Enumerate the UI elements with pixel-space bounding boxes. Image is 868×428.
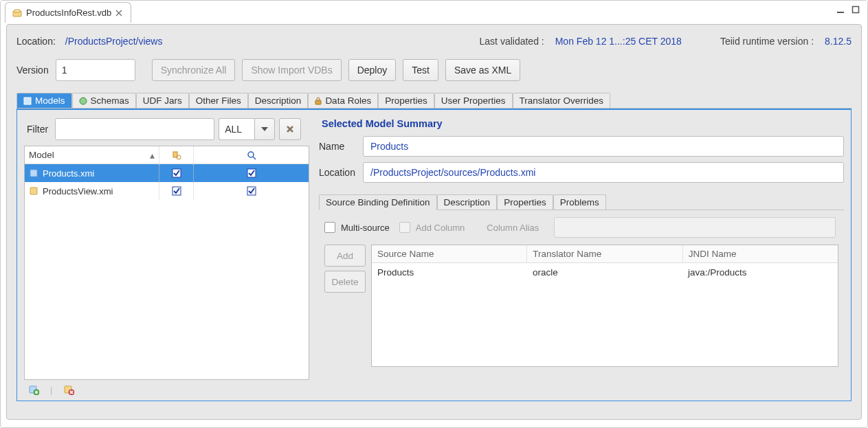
checkbox-checked-icon[interactable] [247, 186, 256, 196]
tab-properties[interactable]: Properties [378, 93, 434, 108]
tab-description[interactable]: Description [248, 93, 309, 108]
chevron-down-icon[interactable] [254, 118, 275, 140]
test-button[interactable]: Test [403, 59, 438, 81]
add-column-checkbox: Add Column [399, 222, 465, 233]
model-column-header[interactable]: Model ▴ [25, 146, 159, 164]
subtab-problems[interactable]: Problems [553, 194, 606, 210]
tab-user-properties[interactable]: User Properties [434, 93, 513, 108]
right-column: Selected Model Summary Name Products Loc… [319, 118, 844, 395]
multisource-row: Multi-source Add Column Column Alias [324, 217, 838, 238]
source-bindings-row: Add Delete Source Name Translator Name J… [324, 245, 838, 367]
col-translator-name[interactable]: Translator Name [527, 245, 682, 262]
version-input[interactable] [56, 59, 135, 81]
location-label: Location: [16, 36, 56, 47]
subtab-properties[interactable]: Properties [497, 194, 553, 210]
binding-translator: oracle [527, 263, 682, 281]
visibility-header-icon [172, 150, 181, 160]
runtime-version-label: Teiid runtime version : [720, 36, 814, 47]
tab-schemas-label: Schemas [91, 95, 129, 106]
model-table-header: Model ▴ [25, 146, 309, 164]
filter-row: Filter ALL [24, 118, 309, 140]
schemas-icon [79, 97, 87, 105]
svg-rect-6 [24, 98, 31, 104]
source-model-icon [29, 168, 38, 178]
checkbox-checked-icon[interactable] [172, 186, 181, 196]
models-content: Filter ALL Model [16, 109, 852, 401]
multi-source-checkbox[interactable]: Multi-source [324, 222, 390, 233]
svg-point-7 [80, 98, 87, 104]
col-jndi-name[interactable]: JNDI Name [683, 245, 838, 262]
search-icon [247, 150, 256, 160]
vdb-icon [12, 8, 22, 18]
left-footer: | [24, 380, 309, 395]
search-column-header[interactable] [194, 146, 309, 164]
sort-asc-icon: ▴ [150, 150, 155, 161]
version-label: Version [16, 65, 49, 76]
checkbox-checked-icon[interactable] [172, 168, 181, 178]
editor-panel: Location: /ProductsProject/views Last va… [6, 24, 862, 420]
toolbar: Version Synchronize All Show Import VDBs… [16, 59, 852, 81]
delete-binding-button: Delete [324, 271, 366, 293]
tab-schemas[interactable]: Schemas [72, 93, 136, 108]
close-icon[interactable] [115, 10, 122, 16]
column-alias-label: Column Alias [487, 223, 539, 233]
svg-rect-1 [14, 10, 20, 12]
summary-sub-tabs: Source Binding Definition Description Pr… [319, 192, 844, 210]
maximize-icon[interactable] [851, 5, 860, 14]
main-tabs: Models Schemas UDF Jars Other Files Desc… [16, 91, 852, 109]
subtab-source-binding[interactable]: Source Binding Definition [319, 194, 437, 210]
location-field[interactable]: /ProductsProject/sources/Products.xmi [363, 162, 844, 183]
checkbox-checked-icon[interactable] [247, 168, 256, 178]
file-tab[interactable]: ProductsInfoRest.vdb [5, 2, 131, 23]
save-as-xml-button[interactable]: Save as XML [445, 59, 520, 81]
svg-rect-5 [853, 7, 859, 13]
source-binding-panel: Multi-source Add Column Column Alias Add… [319, 210, 844, 395]
tab-other-files[interactable]: Other Files [189, 93, 248, 108]
name-field[interactable]: Products [363, 136, 844, 157]
deploy-button[interactable]: Deploy [348, 59, 397, 81]
last-validated-value: Mon Feb 12 1...:25 CET 2018 [555, 36, 682, 47]
synchronize-all-button: Synchronize All [152, 59, 236, 81]
editor-window: ProductsInfoRest.vdb Location: /Products… [0, 0, 868, 428]
svg-point-14 [248, 152, 254, 157]
tab-data-roles[interactable]: Data Roles [308, 93, 378, 108]
file-tab-label: ProductsInfoRest.vdb [26, 8, 111, 18]
binding-jndi: java:/Products [682, 263, 838, 281]
col-source-name[interactable]: Source Name [372, 245, 527, 262]
minimize-icon[interactable] [836, 5, 845, 14]
svg-marker-9 [261, 127, 268, 131]
tab-udf-jars[interactable]: UDF Jars [136, 93, 189, 108]
table-row[interactable]: ProductsView.xmi [25, 182, 309, 200]
left-column: Filter ALL Model [24, 118, 309, 395]
filter-label: Filter [24, 124, 51, 135]
checkbox-icon [324, 222, 335, 233]
column-alias-input [554, 217, 836, 238]
filter-scope-combo[interactable]: ALL [219, 118, 275, 140]
svg-rect-8 [315, 100, 321, 104]
svg-rect-19 [30, 188, 37, 194]
tab-translator-overrides[interactable]: Translator Overrides [513, 93, 611, 108]
model-name: Products.xmi [43, 168, 94, 179]
visibility-column-header[interactable] [159, 146, 194, 164]
tab-models-label: Models [35, 95, 65, 106]
tab-models[interactable]: Models [16, 93, 72, 108]
file-tab-bar: ProductsInfoRest.vdb [1, 1, 867, 24]
bindings-header: Source Name Translator Name JNDI Name [372, 245, 838, 263]
clear-filter-button[interactable] [279, 118, 301, 140]
model-table: Model ▴ [24, 146, 309, 380]
add-binding-button: Add [324, 245, 366, 267]
filter-input[interactable] [55, 118, 214, 140]
filter-scope-value: ALL [219, 118, 254, 140]
summary-title: Selected Model Summary [322, 118, 844, 129]
checkbox-icon [399, 222, 410, 233]
models-icon [23, 97, 32, 105]
table-row[interactable]: Products oracle java:/Products [372, 263, 838, 281]
subtab-description[interactable]: Description [437, 194, 498, 210]
svg-line-15 [253, 157, 256, 159]
source-bindings-table: Source Name Translator Name JNDI Name Pr… [371, 245, 838, 367]
remove-model-icon[interactable] [63, 384, 74, 395]
table-row[interactable]: Products.xmi [25, 164, 309, 182]
model-name: ProductsView.xmi [43, 186, 113, 196]
info-row: Location: /ProductsProject/views Last va… [16, 36, 852, 47]
add-model-icon[interactable] [28, 384, 39, 395]
